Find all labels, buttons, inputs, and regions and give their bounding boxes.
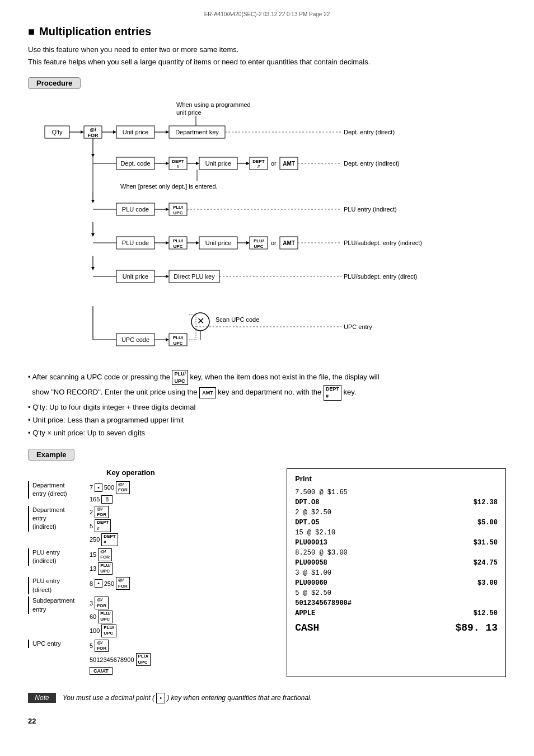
row-label: PLU entry(direct) [28,577,90,594]
svg-text:Q'ty: Q'ty [51,129,63,135]
svg-text:AMT: AMT [283,240,295,246]
svg-text:When using a programmed: When using a programmed [176,101,251,108]
page-header: ER-A410/A420(SEC)-2 03.12.22 0:13 PM Pag… [28,11,506,17]
bullet-1: • After scanning a UPC code or pressing … [28,370,506,400]
svg-marker-11 [113,130,116,134]
svg-text:UPC: UPC [174,341,183,346]
svg-text:PLU code: PLU code [122,240,149,246]
svg-text:UPC: UPC [254,244,264,249]
svg-text:DEPT: DEPT [172,159,184,164]
svg-text:PLU/: PLU/ [173,335,184,340]
svg-text:Dept. entry (indirect): Dept. entry (indirect) [344,160,400,167]
svg-marker-26 [166,162,169,165]
svg-text:UPC: UPC [174,244,183,249]
row-keys: 3 @/FOR 60 PLU/UPC 100 PLU/UPC [90,597,116,637]
example-left: Key operation Departmententry (direct) 7… [28,468,275,677]
row-label: PLU entry(indirect) [28,548,90,566]
example-row-subdept: Subdepartmententry 3 @/FOR 60 PLU/UPC 10… [28,597,275,637]
svg-marker-6 [81,130,84,134]
svg-marker-53 [166,208,169,211]
svg-text:Scan UPC code: Scan UPC code [216,316,259,323]
svg-text:UPC entry: UPC entry [344,323,372,330]
svg-marker-35 [246,162,250,165]
svg-marker-70 [196,241,199,245]
example-header: Key operation [28,468,275,477]
row-label: Departmententry (direct) [28,481,90,499]
svg-text:FOR: FOR [88,133,99,138]
bullet-list: • After scanning a UPC code or pressing … [28,370,506,440]
svg-text:PLU/subdept. entry (direct): PLU/subdept. entry (direct) [344,273,417,280]
svg-text:When [preset only dept.] is en: When [preset only dept.] is entered. [120,183,218,190]
note-text: You must use a decimal point ( • ) key w… [63,693,312,703]
example-row-dept-indirect: Departmententry(indirect) 2 @/FOR 5 DEPT… [28,506,275,546]
example-row-plu-indirect: PLU entry(indirect) 15 @/FOR 13 PLU/UPC [28,548,275,575]
intro-text: Use this feature when you need to enter … [28,44,506,68]
svg-marker-48 [91,200,95,203]
row-keys: 5 @/FOR 5012345678900 PLU/UPC CA/AT [90,640,151,675]
row-label: Departmententry(indirect) [28,506,90,532]
example-label-box: Example [28,449,74,461]
page-number: 22 [28,717,506,725]
svg-text:✕: ✕ [197,316,204,326]
note-label: Note [28,693,56,703]
svg-text:Dept. entry (direct): Dept. entry (direct) [344,129,395,135]
note-box: Note You must use a decimal point ( • ) … [28,693,506,703]
svg-marker-84 [91,267,95,270]
svg-text:PLU entry (indirect): PLU entry (indirect) [344,206,397,213]
example-row-upc: UPC entry 5 @/FOR 5012345678900 PLU/UPC … [28,640,275,675]
procedure-diagram: When using a programmed unit price Q'ty … [28,96,506,360]
svg-marker-21 [91,154,95,157]
svg-marker-74 [246,241,250,245]
svg-text:PLU/subdept. entry (indirect): PLU/subdept. entry (indirect) [344,240,422,246]
svg-text:Department key: Department key [175,129,219,135]
svg-text:PLU/: PLU/ [254,238,264,243]
svg-text:Unit price: Unit price [205,160,231,167]
svg-text:@/: @/ [90,127,96,133]
svg-text:PLU/: PLU/ [173,205,184,210]
svg-text:or: or [271,240,277,246]
example-row-plu-direct: PLU entry(direct) 8 • 250 @/FOR [28,577,275,594]
svg-marker-65 [166,241,169,245]
flow-diagram-svg: When using a programmed unit price Q'ty … [28,98,509,311]
svg-text:Dept. code: Dept. code [120,160,150,167]
row-keys: 2 @/FOR 5 DEPT# 250 DEPT# [90,506,118,546]
svg-text:unit price: unit price [176,109,202,116]
svg-text:PLU code: PLU code [122,206,149,213]
example-right: Print 7.500 @ $1.65 DPT.O8$12.38 2 @ $2.… [287,468,506,677]
svg-text:DEPT: DEPT [252,159,264,164]
section-title: ■ Multiplication entries [28,25,506,38]
print-header: Print [295,475,498,483]
svg-marker-101 [166,338,169,341]
svg-text:AMT: AMT [283,161,295,167]
row-label: Subdepartmententry [28,597,90,614]
svg-text:Unit price: Unit price [205,240,231,246]
svg-text:#: # [257,164,260,169]
flow-diagram-upc: ✕ Scan UPC code UPC code PLU/ UPC UPC en… [28,306,509,356]
svg-marker-60 [91,233,95,237]
print-content: 7.500 @ $1.65 DPT.O8$12.38 2 @ $2.50 DPT… [295,487,498,636]
svg-text:Unit price: Unit price [123,129,148,135]
svg-text:Unit price: Unit price [123,273,148,280]
svg-marker-31 [196,162,199,165]
row-keys: 15 @/FOR 13 PLU/UPC [90,548,113,575]
bullet-3: • Unit price: Less than a programmed upp… [28,414,506,426]
svg-text:UPC code: UPC code [121,336,149,343]
svg-text:Direct PLU key: Direct PLU key [174,273,215,280]
svg-text:or: or [271,160,277,167]
svg-text:#: # [177,164,180,169]
row-label: UPC entry [28,640,90,648]
row-keys: 8 • 250 @/FOR [90,577,130,590]
svg-text:UPC: UPC [174,210,183,215]
row-keys: 7 • 500 @/FOR 165 8 [90,481,130,504]
example-row-dept-direct: Departmententry (direct) 7 • 500 @/FOR 1… [28,481,275,504]
svg-marker-15 [166,130,169,134]
bullet-4: • Q'ty × unit price: Up to seven digits [28,426,506,439]
svg-text:PLU/: PLU/ [173,238,184,243]
section-title-icon: ■ [28,25,35,38]
procedure-label-box: Procedure [28,77,81,89]
example-section: Key operation Departmententry (direct) 7… [28,468,506,677]
bullet-2: • Q'ty: Up to four digits integer + thre… [28,401,506,414]
svg-marker-89 [166,275,169,278]
